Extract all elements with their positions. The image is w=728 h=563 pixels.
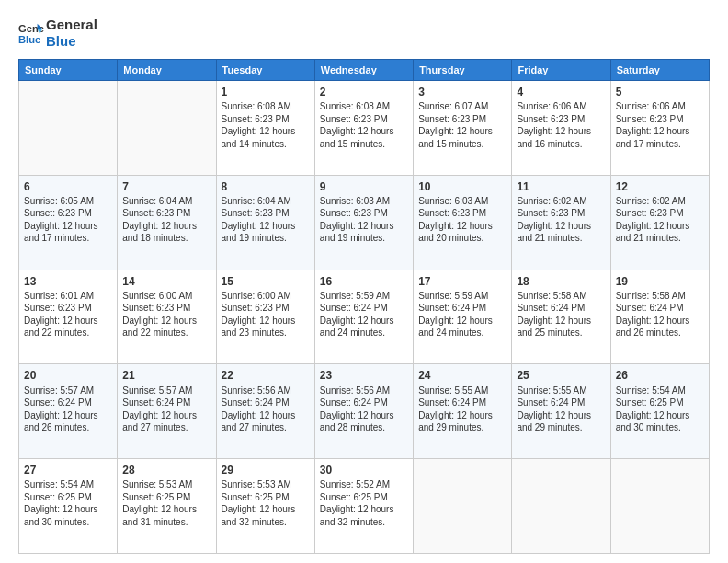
calendar-cell: 1Sunrise: 6:08 AM Sunset: 6:23 PM Daylig… (216, 81, 314, 176)
cell-day-number: 10 (418, 179, 506, 194)
cell-day-number: 21 (122, 368, 210, 383)
cell-info: Sunrise: 6:08 AM Sunset: 6:23 PM Dayligh… (320, 100, 408, 150)
cell-day-number: 5 (616, 85, 704, 99)
calendar-weekday-thursday: Thursday (414, 60, 512, 81)
calendar-cell: 5Sunrise: 6:06 AM Sunset: 6:23 PM Daylig… (610, 81, 709, 176)
cell-info: Sunrise: 6:06 AM Sunset: 6:23 PM Dayligh… (616, 100, 704, 150)
cell-day-number: 11 (517, 179, 605, 194)
cell-info: Sunrise: 6:04 AM Sunset: 6:23 PM Dayligh… (122, 195, 210, 245)
calendar-cell: 12Sunrise: 6:02 AM Sunset: 6:23 PM Dayli… (610, 175, 709, 270)
calendar-cell: 10Sunrise: 6:03 AM Sunset: 6:23 PM Dayli… (414, 175, 512, 270)
calendar-cell (19, 81, 118, 176)
logo-text-general: General (46, 17, 97, 33)
cell-info: Sunrise: 6:03 AM Sunset: 6:23 PM Dayligh… (418, 195, 506, 245)
calendar-cell: 9Sunrise: 6:03 AM Sunset: 6:23 PM Daylig… (314, 175, 413, 270)
calendar-weekday-sunday: Sunday (19, 60, 118, 81)
cell-info: Sunrise: 5:58 AM Sunset: 6:24 PM Dayligh… (517, 290, 605, 339)
calendar-cell: 18Sunrise: 5:58 AM Sunset: 6:24 PM Dayli… (512, 270, 610, 364)
calendar-cell: 4Sunrise: 6:06 AM Sunset: 6:23 PM Daylig… (512, 81, 610, 176)
cell-day-number: 8 (222, 179, 310, 194)
calendar-week-row: 20Sunrise: 5:57 AM Sunset: 6:24 PM Dayli… (19, 364, 710, 459)
cell-info: Sunrise: 6:02 AM Sunset: 6:23 PM Dayligh… (517, 195, 605, 245)
cell-day-number: 6 (24, 179, 112, 194)
cell-day-number: 25 (517, 368, 605, 383)
cell-day-number: 20 (24, 368, 112, 383)
cell-day-number: 3 (418, 85, 506, 99)
calendar-cell: 2Sunrise: 6:08 AM Sunset: 6:23 PM Daylig… (314, 81, 413, 176)
calendar-cell: 30Sunrise: 5:52 AM Sunset: 6:25 PM Dayli… (314, 459, 413, 554)
calendar-weekday-monday: Monday (118, 60, 216, 81)
calendar-cell: 20Sunrise: 5:57 AM Sunset: 6:24 PM Dayli… (19, 364, 118, 459)
cell-info: Sunrise: 6:00 AM Sunset: 6:23 PM Dayligh… (122, 290, 210, 339)
cell-info: Sunrise: 5:56 AM Sunset: 6:24 PM Dayligh… (222, 385, 310, 434)
cell-day-number: 4 (517, 85, 605, 99)
cell-day-number: 27 (24, 463, 112, 477)
calendar-cell: 8Sunrise: 6:04 AM Sunset: 6:23 PM Daylig… (216, 175, 314, 270)
cell-day-number: 28 (122, 463, 210, 477)
cell-day-number: 16 (320, 274, 408, 289)
cell-info: Sunrise: 5:57 AM Sunset: 6:24 PM Dayligh… (24, 385, 112, 434)
calendar-cell: 27Sunrise: 5:54 AM Sunset: 6:25 PM Dayli… (19, 459, 118, 554)
calendar-cell: 22Sunrise: 5:56 AM Sunset: 6:24 PM Dayli… (216, 364, 314, 459)
cell-day-number: 2 (320, 85, 408, 99)
calendar-cell (512, 459, 610, 554)
cell-day-number: 18 (517, 274, 605, 289)
cell-info: Sunrise: 6:04 AM Sunset: 6:23 PM Dayligh… (222, 195, 310, 245)
calendar-cell (414, 459, 512, 554)
calendar-weekday-saturday: Saturday (610, 60, 709, 81)
header: General Blue General Blue (18, 17, 710, 50)
cell-info: Sunrise: 6:01 AM Sunset: 6:23 PM Dayligh… (24, 290, 112, 339)
cell-day-number: 7 (122, 179, 210, 194)
calendar-cell (118, 81, 216, 176)
cell-day-number: 30 (320, 463, 408, 477)
calendar-cell: 11Sunrise: 6:02 AM Sunset: 6:23 PM Dayli… (512, 175, 610, 270)
cell-day-number: 9 (320, 179, 408, 194)
logo-icon: General Blue (18, 20, 44, 46)
calendar-weekday-tuesday: Tuesday (216, 60, 314, 81)
calendar-cell: 26Sunrise: 5:54 AM Sunset: 6:25 PM Dayli… (610, 364, 709, 459)
calendar-cell: 25Sunrise: 5:55 AM Sunset: 6:24 PM Dayli… (512, 364, 610, 459)
calendar-cell: 16Sunrise: 5:59 AM Sunset: 6:24 PM Dayli… (314, 270, 413, 364)
cell-info: Sunrise: 6:03 AM Sunset: 6:23 PM Dayligh… (320, 195, 408, 245)
calendar-week-row: 1Sunrise: 6:08 AM Sunset: 6:23 PM Daylig… (19, 81, 710, 176)
cell-day-number: 17 (418, 274, 506, 289)
cell-day-number: 12 (616, 179, 704, 194)
cell-info: Sunrise: 6:00 AM Sunset: 6:23 PM Dayligh… (222, 290, 310, 339)
calendar-cell: 23Sunrise: 5:56 AM Sunset: 6:24 PM Dayli… (314, 364, 413, 459)
calendar-cell: 24Sunrise: 5:55 AM Sunset: 6:24 PM Dayli… (414, 364, 512, 459)
cell-day-number: 14 (122, 274, 210, 289)
cell-day-number: 13 (24, 274, 112, 289)
calendar-cell (610, 459, 709, 554)
cell-info: Sunrise: 5:54 AM Sunset: 6:25 PM Dayligh… (24, 478, 112, 528)
calendar-cell: 21Sunrise: 5:57 AM Sunset: 6:24 PM Dayli… (118, 364, 216, 459)
calendar-cell: 19Sunrise: 5:58 AM Sunset: 6:24 PM Dayli… (610, 270, 709, 364)
calendar-week-row: 6Sunrise: 6:05 AM Sunset: 6:23 PM Daylig… (19, 175, 710, 270)
logo: General Blue General Blue (18, 17, 97, 50)
cell-info: Sunrise: 6:06 AM Sunset: 6:23 PM Dayligh… (517, 100, 605, 150)
cell-day-number: 22 (222, 368, 310, 383)
logo-text-blue: Blue (46, 33, 97, 50)
cell-day-number: 19 (616, 274, 704, 289)
calendar-cell: 17Sunrise: 5:59 AM Sunset: 6:24 PM Dayli… (414, 270, 512, 364)
cell-info: Sunrise: 5:58 AM Sunset: 6:24 PM Dayligh… (616, 290, 704, 339)
cell-info: Sunrise: 6:07 AM Sunset: 6:23 PM Dayligh… (418, 100, 506, 150)
calendar-week-row: 13Sunrise: 6:01 AM Sunset: 6:23 PM Dayli… (19, 270, 710, 364)
calendar-cell: 29Sunrise: 5:53 AM Sunset: 6:25 PM Dayli… (216, 459, 314, 554)
calendar-cell: 14Sunrise: 6:00 AM Sunset: 6:23 PM Dayli… (118, 270, 216, 364)
calendar-cell: 15Sunrise: 6:00 AM Sunset: 6:23 PM Dayli… (216, 270, 314, 364)
page: General Blue General Blue SundayMondayTu… (0, 0, 728, 563)
calendar-cell: 13Sunrise: 6:01 AM Sunset: 6:23 PM Dayli… (19, 270, 118, 364)
cell-info: Sunrise: 5:52 AM Sunset: 6:25 PM Dayligh… (320, 478, 408, 528)
cell-info: Sunrise: 5:53 AM Sunset: 6:25 PM Dayligh… (222, 478, 310, 528)
cell-day-number: 1 (222, 85, 310, 99)
calendar: SundayMondayTuesdayWednesdayThursdayFrid… (18, 59, 710, 554)
calendar-week-row: 27Sunrise: 5:54 AM Sunset: 6:25 PM Dayli… (19, 459, 710, 554)
cell-day-number: 24 (418, 368, 506, 383)
calendar-weekday-friday: Friday (512, 60, 610, 81)
cell-day-number: 15 (222, 274, 310, 289)
cell-info: Sunrise: 6:02 AM Sunset: 6:23 PM Dayligh… (616, 195, 704, 245)
cell-info: Sunrise: 5:53 AM Sunset: 6:25 PM Dayligh… (122, 478, 210, 528)
cell-info: Sunrise: 5:57 AM Sunset: 6:24 PM Dayligh… (122, 385, 210, 434)
cell-info: Sunrise: 5:55 AM Sunset: 6:24 PM Dayligh… (418, 385, 506, 434)
cell-info: Sunrise: 5:59 AM Sunset: 6:24 PM Dayligh… (418, 290, 506, 339)
